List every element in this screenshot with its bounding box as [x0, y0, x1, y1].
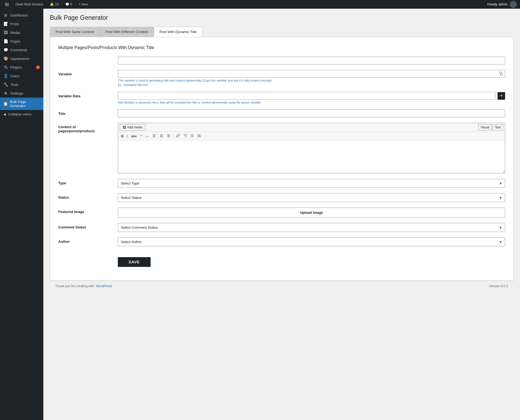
- new-item[interactable]: + New: [77, 0, 89, 9]
- sidebar-item-media[interactable]: 🖼 Media: [0, 28, 43, 37]
- tab-same-content[interactable]: Post With Same Content: [50, 27, 100, 37]
- variable-label: Variable: [58, 70, 112, 76]
- unlink-button[interactable]: [182, 133, 188, 139]
- variable-hint2: Ex: "{variable} title text".: [118, 83, 505, 86]
- more-button[interactable]: [196, 133, 202, 139]
- svg-rect-19: [191, 137, 193, 137]
- comment-status-select-wrapper: Select Comment Status Open Closed ▼: [118, 223, 505, 232]
- title-input[interactable]: [118, 109, 505, 117]
- align-center-button[interactable]: [158, 133, 165, 139]
- list-button[interactable]: [189, 133, 195, 139]
- strikethrough-button[interactable]: abc: [130, 133, 138, 139]
- footer: Thank you for creating with WordPress Ve…: [50, 281, 514, 291]
- variable-data-label: Variable Data: [58, 92, 112, 98]
- align-left-button[interactable]: [151, 133, 158, 139]
- site-name: Geek Web Solution: [15, 2, 43, 6]
- text-view-button[interactable]: Text: [492, 124, 503, 130]
- avatar: [510, 1, 517, 8]
- svg-rect-14: [190, 135, 191, 135]
- format-separator: [173, 134, 173, 139]
- content-field: 🖼 Add media Visual Text B I abc: [118, 123, 505, 173]
- sidebar-item-label-users: Users: [10, 74, 20, 78]
- variable-name-input[interactable]: [118, 57, 505, 64]
- svg-rect-1: [153, 134, 156, 135]
- variable-data-input[interactable]: [118, 92, 495, 100]
- variable-data-hint: Add Word(s) or phrase(s) here, that will…: [118, 101, 505, 104]
- italic-button[interactable]: I: [125, 133, 129, 139]
- media-icon-small: 🖼: [123, 125, 126, 129]
- bold-button[interactable]: B: [120, 133, 125, 139]
- type-select[interactable]: Select Type Post Page Product: [118, 179, 505, 188]
- tab-dynamic-title[interactable]: Post With Dynamic Title: [154, 27, 202, 37]
- add-variable-data-button[interactable]: +: [498, 92, 505, 100]
- status-select[interactable]: Select Status Publish Draft Pending Priv…: [118, 193, 505, 202]
- type-select-wrapper: Select Type Post Page Product ▼: [118, 179, 505, 188]
- svg-rect-16: [190, 135, 191, 136]
- save-button[interactable]: SAVE: [118, 257, 151, 267]
- wp-logo-item[interactable]: ⊞: [3, 0, 11, 9]
- appearance-icon: 🎨: [3, 56, 8, 61]
- editor-toolbar-top: 🖼 Add media Visual Text: [118, 123, 505, 132]
- editor-wrapper: 🖼 Add media Visual Text B I abc: [118, 123, 505, 173]
- users-icon: 👤: [3, 74, 8, 78]
- copy-variable-button[interactable]: [499, 71, 503, 77]
- admin-bar-right: Howdy, admin: [487, 1, 517, 8]
- sidebar-item-dashboard[interactable]: ⊞ Dashboard: [0, 11, 43, 20]
- sidebar-item-label-media: Media: [10, 31, 20, 35]
- horizontal-rule-button[interactable]: —: [144, 133, 151, 139]
- blockquote-button[interactable]: “”: [139, 133, 144, 139]
- comment-status-select[interactable]: Select Comment Status Open Closed: [118, 223, 505, 232]
- add-media-button[interactable]: 🖼 Add media: [120, 124, 145, 131]
- footer-left: Thank you for creating with WordPress: [55, 284, 112, 288]
- upload-image-button[interactable]: Upload Image: [118, 208, 505, 218]
- collapse-menu-label: Collapse menu: [8, 112, 32, 116]
- align-right-button[interactable]: [165, 133, 172, 139]
- settings-icon: ⚙: [3, 91, 8, 95]
- form-section-title: Multiple Pages/Posts/Products With Dynam…: [58, 45, 505, 50]
- svg-rect-17: [191, 135, 193, 136]
- variable-name-field: [118, 57, 505, 64]
- notifications-item[interactable]: 🔔 13: [48, 0, 60, 9]
- collapse-arrow-icon: ◀: [3, 112, 6, 116]
- sidebar-item-users[interactable]: 👤 Users: [0, 72, 43, 80]
- editor-format-bar: B I abc “” —: [118, 132, 505, 141]
- site-name-item[interactable]: Geek Web Solution: [14, 0, 45, 9]
- wordpress-link[interactable]: WordPress: [96, 284, 112, 288]
- main-content: Bulk Page Generator Post With Same Conte…: [43, 9, 520, 420]
- featured-image-row: Featured Image Upload Image: [58, 208, 505, 218]
- comments-count: 0: [70, 2, 72, 6]
- variable-input-wrapper: [118, 70, 505, 78]
- collapse-menu[interactable]: ◀ Collapse menu: [0, 110, 43, 118]
- add-media-label: Add media: [127, 125, 142, 129]
- sidebar-item-plugins[interactable]: 🔌 Plugins 2: [0, 63, 43, 72]
- svg-rect-0: [500, 73, 503, 75]
- sidebar-item-appearance[interactable]: 🎨 Appearance: [0, 54, 43, 63]
- sidebar-item-pages[interactable]: 📄 Pages: [0, 37, 43, 46]
- svg-rect-15: [191, 135, 193, 135]
- tab-different-content[interactable]: Post With Different Content: [100, 27, 154, 37]
- editor-content[interactable]: [118, 141, 505, 173]
- layout: ⊞ Dashboard 📝 Posts 🖼 Media 📄 Pages 💬 Co…: [0, 9, 520, 420]
- author-select-wrapper: Select Author admin ▼: [118, 237, 505, 246]
- status-field: Select Status Publish Draft Pending Priv…: [118, 193, 505, 202]
- title-field: [118, 109, 505, 117]
- sidebar-item-bulk-page-generator[interactable]: 📋 Bulk Page Generator: [0, 98, 43, 110]
- type-row: Type Select Type Post Page Product ▼: [58, 179, 505, 188]
- variable-hint1: This variable is used to generating titl…: [118, 79, 505, 82]
- sidebar-item-label-comments: Comments: [10, 48, 27, 52]
- svg-rect-21: [197, 135, 200, 136]
- sidebar-item-label-settings: Settings: [10, 91, 23, 95]
- author-select[interactable]: Select Author admin: [118, 237, 505, 246]
- status-row: Status Select Status Publish Draft Pendi…: [58, 193, 505, 202]
- sidebar-item-posts[interactable]: 📝 Posts: [0, 20, 43, 28]
- sidebar-item-tools[interactable]: 🔧 Tools: [0, 80, 43, 89]
- sidebar-item-comments[interactable]: 💬 Comments: [0, 46, 43, 54]
- variable-input[interactable]: [118, 70, 505, 78]
- visual-view-button[interactable]: Visual: [478, 124, 492, 130]
- comments-item[interactable]: 💬 0: [64, 0, 74, 9]
- variable-name-row: [58, 57, 505, 64]
- admin-bar-left: ⊞ Geek Web Solution 🔔 13 💬 0 + New: [3, 0, 483, 9]
- link-button[interactable]: [175, 133, 181, 139]
- content-row: Content of pages/posts/products 🖼 Add me…: [58, 123, 505, 173]
- sidebar-item-settings[interactable]: ⚙ Settings: [0, 89, 43, 98]
